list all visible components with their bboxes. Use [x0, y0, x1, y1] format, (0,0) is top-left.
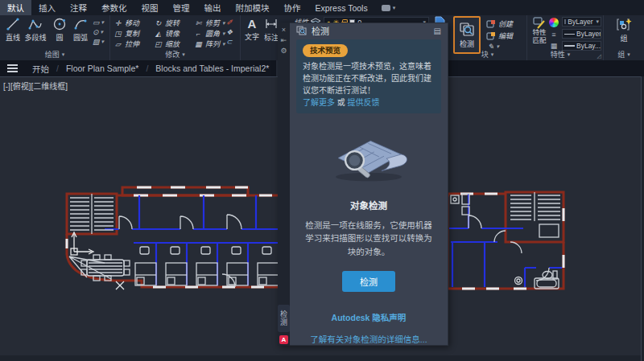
detect-ribbon-button[interactable]: 检测 — [453, 16, 481, 54]
tab-start[interactable]: 开始 — [25, 60, 56, 76]
detect-button[interactable]: 检测 — [342, 271, 395, 292]
palette-title: 检测 — [312, 24, 329, 37]
edit-block-icon — [486, 31, 496, 40]
feedback-link[interactable]: 提供反馈 — [348, 98, 380, 107]
tech-preview-badge: 技术预览 — [303, 44, 348, 57]
circle-tool[interactable]: 圆 — [49, 17, 70, 43]
ribbon-panel-draw: 直线 多段线 圆 圆弧 ▭▾ ⊙▾ ▨▾ 绘图▾ — [0, 15, 110, 60]
viewport-controls-label[interactable]: [-][俯视][二维线框] — [3, 80, 68, 92]
menu-tab-featured-apps[interactable]: ▾ — [375, 0, 402, 15]
properties-dialog-launcher-icon[interactable]: ◿ — [597, 53, 601, 59]
explode-tool[interactable]: ❖ — [226, 28, 233, 36]
offset-icon: ⊂ — [226, 38, 233, 46]
line-tool[interactable]: 直线 — [2, 17, 23, 43]
arc-icon — [73, 17, 88, 31]
stretch-tool[interactable]: ▱拉伸 — [114, 39, 154, 49]
ribbon-menu-bar: 默认 插入 注释 参数化 视图 管理 输出 附加模块 协作 Express To… — [0, 0, 644, 15]
learn-more-link[interactable]: 了解更多 — [303, 98, 335, 107]
menu-tab-output[interactable]: 输出 — [197, 0, 229, 15]
circle-icon — [52, 17, 67, 31]
privacy-statement-link[interactable]: Autodesk 隐私声明 — [332, 313, 407, 322]
offset-tool[interactable]: ⊂ — [226, 38, 233, 46]
menu-tab-addins[interactable]: 附加模块 — [229, 0, 277, 15]
detect-icon — [459, 22, 475, 38]
group-tool[interactable]: 组 — [614, 17, 634, 43]
menu-tab-home[interactable]: 默认 — [0, 0, 31, 15]
blueprint-illustration — [308, 126, 429, 187]
properties-panel-label[interactable]: 特性▾ — [527, 49, 593, 59]
menu-tab-insert[interactable]: 插入 — [31, 0, 63, 15]
trim-icon: ✄ — [194, 19, 203, 27]
draw-extra-tools: ▭▾ ⊙▾ ▨▾ — [93, 18, 104, 46]
menu-tab-annotate[interactable]: 注释 — [63, 0, 94, 15]
menu-tab-parametric[interactable]: 参数化 — [94, 0, 134, 15]
canvas-bottom-strip — [0, 355, 641, 361]
chevron-down-icon: ▾ — [393, 5, 396, 11]
erase-icon: ✐ — [226, 18, 233, 27]
object-color-dropdown[interactable]: ByLayer ▾ — [562, 17, 601, 27]
tech-preview-notice: 技术预览 对象检测是一项技术预览，这意味着检测功能正在不断改进，因此我们建议您不… — [296, 39, 441, 113]
text-tool[interactable]: A 文字 — [243, 17, 261, 42]
linetype-dropdown[interactable]: ByLayer ▾ — [562, 29, 601, 39]
canvas-right-edge — [641, 76, 644, 361]
menu-tab-express-tools[interactable]: Express Tools — [308, 0, 375, 15]
block-panel-label[interactable]: 块▾ — [448, 49, 526, 59]
details-link[interactable]: 了解有关对象检测的详细信息... — [310, 334, 427, 344]
ellipse-icon: ⊙ — [93, 28, 99, 36]
explode-icon: ❖ — [226, 28, 233, 36]
polyline-icon — [28, 17, 43, 31]
stretch-icon: ▱ — [114, 40, 122, 48]
erase-tool[interactable]: ✐ — [226, 18, 233, 27]
rectangle-icon: ▭ — [93, 18, 100, 27]
edit-block-button[interactable]: 编辑 — [486, 31, 513, 41]
modify-panel-label[interactable]: 修改▾ — [110, 49, 240, 59]
ribbon-panel-group: 组 组▾ — [604, 15, 644, 60]
palette-vertical-tab[interactable]: 检测 — [278, 305, 290, 332]
detect-palette: × ⇤ ⚙ 检测 A 检测 ▤ 技术预览 对象检测是一项技术预览，这意味着检测功… — [278, 23, 448, 346]
mirror-tool[interactable]: ◭镜像 — [154, 28, 194, 39]
copy-icon: ◳ — [114, 30, 122, 38]
fillet-icon: ⌐ — [194, 30, 203, 38]
lineweight-sample — [564, 45, 575, 47]
array-icon: ▦ — [194, 40, 203, 48]
featured-apps-icon — [382, 5, 390, 11]
modify-grid: ✛移动 ↻旋转 ✄修剪▾ ◳复制 ◭镜像 ⌐圆角▾ ▱拉伸 ◰缩放 ▦阵列▾ — [114, 18, 236, 49]
text-icon: A — [248, 17, 257, 31]
hamburger-menu-icon[interactable] — [0, 60, 25, 76]
menu-tab-manage[interactable]: 管理 — [166, 0, 197, 15]
rectangle-tool[interactable]: ▭▾ — [93, 18, 104, 27]
move-tool[interactable]: ✛移动 — [114, 18, 154, 28]
draw-panel-label[interactable]: 绘图▾ — [0, 49, 109, 59]
move-icon: ✛ — [114, 19, 122, 27]
rotate-tool[interactable]: ↻旋转 — [154, 18, 194, 28]
create-block-icon — [486, 19, 496, 28]
ribbon-panel-properties: 特性 匹配 ≡ ▦ ByLayer ▾ ByLayer ▾ ByLay... ▾… — [527, 15, 604, 60]
rotate-icon: ↻ — [154, 19, 163, 27]
arc-tool[interactable]: 圆弧 — [70, 17, 91, 43]
scale-icon: ◰ — [154, 40, 163, 48]
color-wheel-icon[interactable] — [549, 18, 559, 27]
menu-tab-collaborate[interactable]: 协作 — [277, 0, 308, 15]
auto-hide-pin-icon[interactable]: ⇤ — [281, 35, 287, 46]
mirror-icon: ◭ — [154, 30, 163, 38]
hatch-tool[interactable]: ▨▾ — [93, 38, 104, 46]
linetype-icon[interactable]: ≡ — [551, 31, 555, 39]
panel-menu-icon[interactable]: ▤ — [434, 27, 441, 35]
gear-icon[interactable]: ⚙ — [280, 46, 287, 56]
polyline-tool[interactable]: 多段线 — [23, 17, 47, 43]
close-icon[interactable]: × — [282, 25, 286, 35]
group-panel-label[interactable]: 组▾ — [604, 49, 644, 59]
tab-blocks-and-tables[interactable]: Blocks and Tables - Imperial2* — [148, 60, 276, 76]
copy-tool[interactable]: ◳复制 — [114, 28, 154, 39]
menu-tab-view[interactable]: 视图 — [134, 0, 166, 15]
dimension-icon — [264, 17, 279, 31]
ribbon-panel-block: 检测 创建 编辑 ✎ ▾ 块▾ — [448, 15, 527, 60]
scale-tool[interactable]: ◰缩放 — [154, 39, 194, 49]
match-properties-button[interactable]: 特性 匹配 — [530, 17, 549, 45]
match-properties-icon — [533, 17, 546, 29]
ellipse-tool[interactable]: ⊙▾ — [93, 28, 104, 36]
ribbon-panel-modify: ✛移动 ↻旋转 ✄修剪▾ ◳复制 ◭镜像 ⌐圆角▾ ▱拉伸 ◰缩放 ▦阵列▾ ✐… — [110, 15, 241, 60]
tab-floor-plan-sample[interactable]: Floor Plan Sample* — [59, 60, 146, 76]
create-block-button[interactable]: 创建 — [486, 18, 513, 29]
palette-header: 检测 ▤ — [290, 23, 448, 39]
